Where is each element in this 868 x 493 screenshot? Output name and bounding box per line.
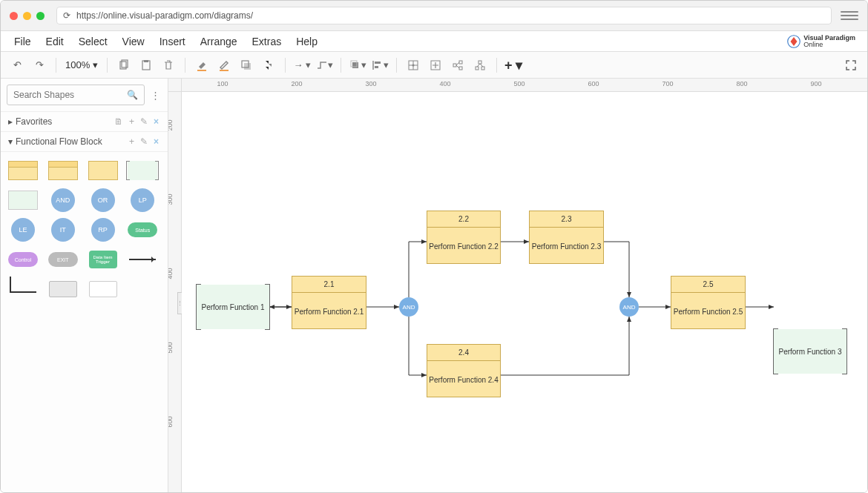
connection-button[interactable]: → ▾ <box>292 55 312 76</box>
shape-lp-gate[interactable]: LP <box>126 188 159 213</box>
insert-button[interactable]: + ▾ <box>503 55 524 76</box>
node-2-4[interactable]: 2.4 Perform Function 2.4 <box>427 344 501 397</box>
fill-color-button[interactable] <box>191 55 212 76</box>
svg-rect-13 <box>375 66 378 68</box>
menu-extras[interactable]: Extras <box>245 33 289 50</box>
node-2-2[interactable]: 2.2 Perform Function 2.2 <box>427 211 501 264</box>
zoom-dropdown[interactable]: 100%▾ <box>62 59 101 70</box>
window-controls <box>10 12 45 20</box>
node-2-1[interactable]: 2.1 Perform Function 2.1 <box>292 276 366 329</box>
svg-rect-24 <box>481 67 484 70</box>
menu-help[interactable]: Help <box>289 33 325 50</box>
menu-view[interactable]: View <box>115 33 152 50</box>
menu-insert[interactable]: Insert <box>152 33 193 50</box>
window-close[interactable] <box>10 12 18 20</box>
edit-icon[interactable]: ✎ <box>139 116 149 127</box>
palette-favorites[interactable]: ▸ Favorites 🗎 + ✎ × <box>1 112 168 132</box>
tree-h-button[interactable] <box>447 55 468 76</box>
shapes-grid: AND OR LP LE IT RP Status Control EXIT D… <box>1 152 168 308</box>
sidebar-splitter[interactable]: ⋮ <box>177 292 182 314</box>
palette-ffb[interactable]: ▾ Functional Flow Block + ✎ × <box>1 132 168 152</box>
shape-rect-gray[interactable] <box>47 277 79 302</box>
menu-arrange[interactable]: Arrange <box>193 33 245 50</box>
svg-rect-8 <box>244 63 251 70</box>
window-maximize[interactable] <box>36 12 45 20</box>
close-icon[interactable]: × <box>152 116 160 127</box>
shape-trigger[interactable]: Data Item Trigger <box>87 247 119 272</box>
shape-function-block-3[interactable] <box>87 158 119 183</box>
brand-logo-icon <box>787 35 800 48</box>
svg-rect-4 <box>144 60 148 62</box>
shape-function-block-2[interactable] <box>47 158 79 183</box>
shape-rect-white[interactable] <box>87 277 119 302</box>
undo-button[interactable]: ↶ <box>7 55 27 76</box>
menubar: File Edit Select View Insert Arrange Ext… <box>1 31 867 52</box>
line-color-button[interactable] <box>214 55 234 76</box>
ruler-horizontal: 100 200 300 400 500 600 700 800 900 <box>182 79 867 92</box>
svg-rect-19 <box>453 64 456 67</box>
svg-rect-5 <box>197 70 206 71</box>
chevron-right-icon: ▸ <box>8 116 13 127</box>
reload-icon[interactable]: ⟳ <box>63 10 70 21</box>
align-button[interactable]: ▾ <box>369 55 390 76</box>
menu-file[interactable]: File <box>7 33 39 50</box>
shape-exit[interactable]: EXIT <box>47 247 79 272</box>
window-minimize[interactable] <box>23 12 31 20</box>
delete-button[interactable] <box>158 55 179 76</box>
node-ref-1[interactable]: Perform Function 1 <box>197 285 269 329</box>
shape-it-gate[interactable]: IT <box>47 217 79 242</box>
svg-rect-6 <box>220 70 228 71</box>
node-and-1[interactable]: AND <box>399 297 418 317</box>
toolbar: ↶ ↷ 100%▾ → ▾ ▾ ▾ ▾ + ▾ <box>1 52 867 79</box>
fullscreen-button[interactable] <box>841 55 861 76</box>
search-shapes-input[interactable]: 🔍 <box>7 85 145 105</box>
canvas[interactable]: ⋮ <box>182 92 867 492</box>
shape-arrow[interactable] <box>126 247 159 272</box>
tree-v-button[interactable] <box>470 55 490 76</box>
waypoints-button[interactable]: ▾ <box>314 55 335 76</box>
svg-rect-23 <box>476 67 479 70</box>
redo-button[interactable]: ↷ <box>29 55 50 76</box>
shape-le-gate[interactable]: LE <box>7 217 39 242</box>
url-bar[interactable]: ⟳ https://online.visual-paradigm.com/dia… <box>56 7 832 24</box>
shape-and-gate[interactable]: AND <box>47 188 79 213</box>
shadow-button[interactable] <box>236 55 257 76</box>
node-2-5[interactable]: 2.5 Perform Function 2.5 <box>671 276 746 329</box>
to-front-button[interactable]: ▾ <box>347 55 368 76</box>
url-text: https://online.visual-paradigm.com/diagr… <box>76 10 253 21</box>
shape-function-block[interactable] <box>7 158 39 183</box>
save-icon[interactable]: 🗎 <box>113 116 125 127</box>
add-icon[interactable]: + <box>128 116 136 127</box>
svg-rect-21 <box>459 67 462 70</box>
svg-rect-9 <box>352 62 358 68</box>
menu-select[interactable]: Select <box>71 33 115 50</box>
node-ref-3[interactable]: Perform Function 3 <box>774 329 846 374</box>
shapes-more-icon[interactable]: ⋮ <box>149 90 162 101</box>
style-button[interactable] <box>258 55 279 76</box>
paste-button[interactable] <box>136 55 157 76</box>
search-icon[interactable]: 🔍 <box>127 90 138 100</box>
fit-button[interactable] <box>425 55 446 76</box>
ruler-corner <box>168 79 182 92</box>
shape-status[interactable]: Status <box>126 217 159 242</box>
edit-icon[interactable]: ✎ <box>139 136 149 147</box>
close-icon[interactable]: × <box>152 136 160 147</box>
add-icon[interactable]: + <box>128 136 136 147</box>
copy-button[interactable] <box>114 55 134 76</box>
svg-point-17 <box>412 64 415 66</box>
shape-step[interactable] <box>7 277 39 302</box>
shape-reference-block-2[interactable] <box>7 188 39 213</box>
shape-reference-block[interactable] <box>126 158 159 183</box>
shape-or-gate[interactable]: OR <box>87 188 119 213</box>
svg-rect-20 <box>459 61 462 64</box>
shape-control[interactable]: Control <box>7 247 39 272</box>
node-2-3[interactable]: 2.3 Perform Function 2.3 <box>529 211 604 264</box>
sidebar: 🔍 ⋮ ▸ Favorites 🗎 + ✎ × ▾ Functional Flo… <box>1 79 168 492</box>
node-and-2[interactable]: AND <box>619 297 639 317</box>
browser-chrome: ⟳ https://online.visual-paradigm.com/dia… <box>1 1 867 31</box>
menu-edit[interactable]: Edit <box>39 33 71 50</box>
grid-button[interactable] <box>403 55 424 76</box>
browser-menu-icon[interactable] <box>841 8 858 23</box>
brand[interactable]: Visual ParadigmOnline <box>787 35 861 48</box>
shape-rp-gate[interactable]: RP <box>87 217 119 242</box>
